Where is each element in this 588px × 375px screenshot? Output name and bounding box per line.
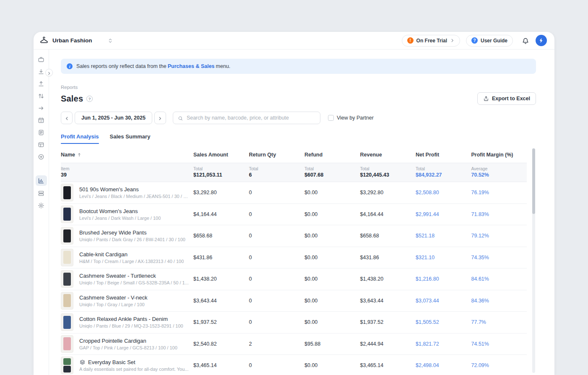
breadcrumb[interactable]: Reports [61, 85, 536, 90]
sort-asc-icon [77, 152, 82, 157]
sidebar-item-bar-chart[interactable] [36, 175, 47, 186]
date-prev-button[interactable] [61, 112, 73, 124]
date-range-picker[interactable]: Jun 1, 2025 - Jun 30, 2025 [75, 112, 152, 124]
search-input[interactable] [187, 115, 315, 121]
product-subtitle: Levi's / Jeans / Dark Wash / Large / 100 [79, 216, 161, 221]
product-name: Cotton Relaxed Ankle Pants - Denim [79, 316, 168, 322]
app-badge-icon[interactable] [536, 35, 547, 46]
upload-icon [38, 81, 44, 87]
purchases-sales-link[interactable]: Purchases & Sales [168, 63, 215, 69]
product-name: Cashmere Sweater - V-neck [79, 294, 148, 301]
export-to-excel-button[interactable]: Export to Excel [477, 92, 536, 105]
cell-sales-amount: $3,292.80 [193, 190, 249, 195]
cell-revenue: $658.68 [360, 233, 416, 239]
cell-return-qty: 2 [249, 341, 305, 347]
sidebar-item-table[interactable] [36, 140, 46, 149]
download-icon [38, 68, 44, 75]
table-scrollbar[interactable] [532, 148, 535, 373]
cell-sales-amount: $1,937.52 [193, 319, 249, 325]
table-row[interactable]: Cashmere Sweater - V-neckUniqlo / Top / … [61, 290, 527, 312]
partner-checkbox[interactable] [328, 115, 334, 121]
cell-refund: $0.00 [304, 298, 360, 304]
sidebar-item-transfer[interactable] [36, 91, 46, 101]
product-cell: Cable-knit CardiganH&M / Top / Cream / L… [61, 249, 193, 266]
briefcase-icon [38, 56, 44, 63]
cell-sales-amount: $1,438.20 [193, 276, 249, 282]
cell-net-profit: $321.10 [416, 255, 471, 260]
arrow-right-icon [38, 105, 44, 112]
cell-net-profit: $2,508.80 [416, 190, 471, 195]
sidebar-item-gear[interactable] [36, 201, 46, 210]
view-by-partner-toggle[interactable]: View by Partner [328, 115, 374, 121]
profit-analysis-table: NameSales AmountReturn QtyRefundRevenueN… [61, 147, 536, 375]
workspace-switcher[interactable]: Urban Fashion [39, 36, 113, 45]
table-row[interactable]: Cotton Relaxed Ankle Pants - DenimUniqlo… [61, 312, 527, 333]
cell-revenue: $2,444.94 [360, 341, 416, 347]
column-header-refund[interactable]: Refund [304, 152, 360, 158]
cell-profit-margin: 74.35% [471, 255, 527, 260]
cell-sales-amount: $3,643.44 [193, 298, 249, 304]
cell-profit-margin: 84.61% [471, 276, 527, 282]
cell-revenue: $4,164.44 [360, 211, 416, 217]
sidebar-item-download[interactable] [36, 67, 46, 76]
table-row[interactable]: Cable-knit CardiganH&M / Top / Cream / L… [61, 247, 527, 269]
info-banner: i Sales reports only reflect data from t… [61, 59, 536, 74]
sidebar-item-document[interactable] [36, 128, 46, 137]
table-row[interactable]: Bootcut Women's JeansLevi's / Jeans / Da… [61, 204, 527, 226]
notifications-bell-icon[interactable] [521, 36, 530, 45]
sidebar-item-plus-circle[interactable] [36, 152, 46, 161]
table-row[interactable]: 501 90s Women's JeansLevi's / Jeans / Bl… [61, 182, 527, 204]
product-name: Cashmere Sweater - Turtleneck [79, 273, 156, 279]
sidebar-item-calendar[interactable]: 15 [36, 116, 46, 125]
cell-net-profit: $1,821.72 [416, 341, 471, 347]
table-row[interactable]: Brushed Jersey Wide PantsUniqlo / Pants … [61, 225, 527, 247]
tab-sales-summary[interactable]: Sales Summary [110, 133, 151, 144]
search-box [173, 112, 320, 124]
product-thumbnail [61, 335, 73, 353]
sidebar-item-briefcase[interactable] [36, 55, 46, 64]
sidebar-item-upload[interactable] [36, 79, 46, 89]
column-header-return-qty[interactable]: Return Qty [249, 152, 305, 158]
column-header-sales-amount[interactable]: Sales Amount [193, 152, 249, 158]
cell-revenue: $3,292.80 [360, 190, 416, 195]
cell-refund: $0.00 [304, 319, 360, 325]
column-header-revenue[interactable]: Revenue [360, 152, 416, 158]
sidebar-item-rows[interactable] [36, 189, 46, 198]
cell-return-qty: 0 [249, 255, 305, 260]
free-trial-badge[interactable]: ! On Free Trial [402, 35, 460, 47]
workspace-sorter-icon [107, 38, 113, 44]
product-cell: Brushed Jersey Wide PantsUniqlo / Pants … [61, 227, 193, 245]
table-row[interactable]: Cropped Pointelle CardiganGAP / Top / Pi… [61, 333, 527, 355]
product-name: 501 90s Women's Jeans [79, 186, 139, 193]
table-row[interactable]: Cashmere Sweater - TurtleneckUniqlo / To… [61, 268, 527, 290]
cell-refund: $0.00 [304, 362, 360, 368]
column-header-name[interactable]: Name [61, 152, 193, 158]
help-icon[interactable]: ? [86, 96, 93, 102]
product-name: Bootcut Women's Jeans [79, 208, 138, 214]
table-header: NameSales AmountReturn QtyRefundRevenueN… [61, 147, 527, 163]
product-subtitle: Uniqlo / Pants / Dark Gray / 26 / BW-240… [79, 237, 185, 242]
cell-sales-amount: $4,164.44 [193, 211, 249, 217]
product-subtitle: Uniqlo / Top / Gray / Large / 100 [79, 302, 148, 307]
sidebar-expand-button[interactable] [45, 69, 53, 76]
summary-cell: Total$607.68 [304, 166, 360, 178]
tab-profit-analysis[interactable]: Profit Analysis [61, 133, 99, 144]
user-guide-button[interactable]: ? User Guide [466, 35, 513, 47]
svg-text:15: 15 [40, 120, 42, 122]
search-icon [178, 115, 183, 121]
sidebar-item-arrow-right[interactable] [36, 104, 46, 113]
cell-profit-margin: 84.36% [471, 298, 527, 304]
table-row[interactable]: Everyday Basic SetA daily essentials set… [61, 355, 527, 375]
cell-return-qty: 0 [249, 276, 305, 282]
cell-revenue: $3,643.44 [360, 298, 416, 304]
cell-sales-amount: $2,540.82 [193, 341, 249, 347]
column-header-profit-margin[interactable]: Profit Margin (%) [471, 152, 527, 158]
date-next-button[interactable] [154, 112, 166, 124]
cell-profit-margin: 72.09% [471, 362, 527, 368]
scrollbar-thumb[interactable] [532, 148, 535, 214]
product-subtitle: Uniqlo / Top / Beige / Small / GS-532B-2… [79, 280, 189, 285]
column-header-net-profit[interactable]: Net Profit [416, 152, 471, 158]
cell-revenue: $3,465.14 [360, 362, 416, 368]
product-cell: Bootcut Women's JeansLevi's / Jeans / Da… [61, 206, 193, 223]
product-name: Brushed Jersey Wide Pants [79, 229, 146, 236]
